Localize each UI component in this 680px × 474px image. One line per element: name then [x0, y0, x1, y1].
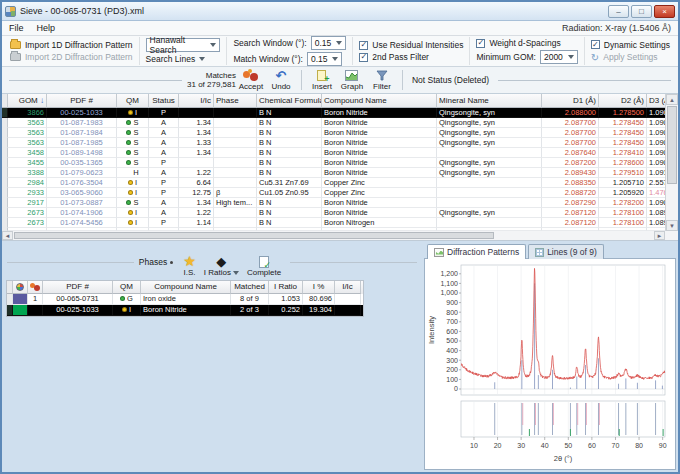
import-1d-button[interactable]: Import 1D Diffraction Pattern — [10, 40, 133, 50]
horizontal-scroll-thumb[interactable] — [14, 232, 494, 239]
column-header[interactable] — [13, 281, 28, 294]
accept-button[interactable]: Accept — [238, 70, 264, 91]
phase-row[interactable]: 100-065-0731GIron oxide8 of 91.05380.696 — [7, 294, 363, 305]
column-header[interactable]: Compound Name — [322, 94, 437, 108]
table-cell: 2.087120 — [542, 208, 599, 218]
column-header[interactable]: I/Ic — [179, 94, 214, 108]
table-row[interactable]: 386600-025-1033IPB NBoron NitrideQingson… — [2, 108, 665, 118]
scroll-down-arrow[interactable]: ▼ — [666, 220, 678, 231]
column-header[interactable]: QM — [117, 94, 149, 108]
table-cell: 1.09022 — [647, 148, 665, 158]
column-header[interactable]: QM — [113, 281, 141, 294]
chart-icon — [434, 248, 444, 257]
scroll-up-arrow[interactable]: ▲ — [666, 94, 678, 105]
table-cell: Boron Nitride — [322, 158, 437, 168]
weight-d-checkbox[interactable] — [476, 39, 485, 48]
i-ratios-button[interactable]: ◆ I Ratios — [204, 247, 239, 277]
min-gom-select[interactable]: 2000 — [540, 50, 578, 64]
vertical-scroll-thumb[interactable] — [667, 106, 677, 184]
filter-button[interactable]: Filter — [369, 70, 395, 91]
column-header[interactable]: Compound Name — [141, 281, 231, 294]
second-pass-checkbox[interactable] — [359, 53, 368, 62]
table-row[interactable]: 338801-079-0623HA1.22B NBoron NitrideQin… — [2, 168, 665, 178]
qm-dot-icon — [128, 210, 133, 215]
scroll-right-arrow[interactable]: ► — [654, 231, 665, 240]
import-2d-label: Import 2D Diffraction Pattern — [25, 52, 133, 62]
column-header[interactable]: Phase — [214, 94, 257, 108]
column-header[interactable]: Chemical Formula — [257, 94, 322, 108]
table-row[interactable]: 291701-073-0887SA1.34High tem...B NBoron… — [2, 198, 665, 208]
dynamic-settings-checkbox[interactable] — [591, 40, 600, 49]
matches-counter: Matches 31 of 279,581 — [187, 71, 236, 89]
column-header[interactable]: PDF # — [47, 94, 117, 108]
filter-label: Filter — [373, 82, 391, 91]
horizontal-scrollbar[interactable]: ◄ ► — [2, 231, 678, 241]
column-header[interactable] — [28, 281, 43, 294]
column-header[interactable]: I/Ic — [335, 281, 361, 294]
results-header-row: GOM ↓PDF #QMStatusI/IcPhaseChemical Form… — [2, 94, 665, 108]
svg-text:300: 300 — [446, 357, 458, 364]
use-residual-checkbox[interactable] — [359, 41, 368, 50]
table-cell: Boron Nitride — [322, 198, 437, 208]
search-mode-select[interactable]: Hanawalt Search — [146, 38, 221, 52]
column-header[interactable]: I % — [303, 281, 335, 294]
table-cell — [28, 305, 43, 316]
column-header[interactable]: I Ratio — [269, 281, 303, 294]
column-header[interactable]: GOM ↓ — [8, 94, 47, 108]
search-window-select[interactable]: 0.15 — [311, 36, 347, 50]
menu-help[interactable]: Help — [37, 23, 56, 33]
table-cell: Boron Nitride — [322, 138, 437, 148]
table-row[interactable]: 267301-074-5456IP1.14B NBoron Nitrogen2.… — [2, 218, 665, 228]
phase-row[interactable]: 00-025-1033IBoron Nitride2 of 30.25219.3… — [7, 305, 363, 316]
svg-text:600: 600 — [446, 328, 458, 335]
table-row[interactable]: 267301-074-1906IA1.22B NBoron NitrideQin… — [2, 208, 665, 218]
undo-button[interactable]: ↶ Undo — [268, 70, 294, 91]
column-header[interactable]: D3 (Å) — [647, 94, 665, 108]
table-cell: 00-065-0731 — [43, 294, 113, 305]
close-button[interactable]: × — [654, 5, 675, 18]
table-cell: 2984 — [8, 178, 47, 188]
table-cell — [335, 294, 361, 305]
column-header[interactable]: Matched — [231, 281, 269, 294]
menu-file[interactable]: File — [9, 23, 24, 33]
column-header[interactable]: D2 (Å) — [599, 94, 647, 108]
column-header[interactable]: Status — [149, 94, 179, 108]
minimize-button[interactable]: – — [608, 5, 629, 18]
table-row[interactable]: 345801-089-1498SA1.34B NBoron Nitride2.0… — [2, 148, 665, 158]
table-row[interactable]: 293303-065-9060IP12.75βCu1.05 Zn0.95Copp… — [2, 188, 665, 198]
table-cell: Qingsongite, syn — [437, 158, 542, 168]
is-button[interactable]: ★ I.S. — [183, 247, 196, 277]
dynamic-settings-option[interactable]: Dynamic Settings — [591, 40, 670, 50]
column-header[interactable]: PDF # — [43, 281, 113, 294]
table-cell: 2.55769 — [647, 178, 665, 188]
match-window-select[interactable]: 0.15 — [307, 52, 343, 66]
scroll-left-arrow[interactable]: ◄ — [2, 231, 13, 240]
column-header[interactable]: Mineral Name — [437, 94, 542, 108]
insert-button[interactable]: Insert — [309, 70, 335, 91]
table-row[interactable]: 356301-087-1985SA1.33B NBoron NitrideQin… — [2, 138, 665, 148]
qm-dot-icon — [120, 296, 125, 301]
weight-d-option[interactable]: Weight d-Spacings — [476, 38, 577, 48]
table-cell: A — [149, 128, 179, 138]
graph-button[interactable]: Graph — [339, 70, 365, 91]
vertical-scrollbar[interactable]: ▲ ▼ — [665, 94, 678, 231]
tab-lines[interactable]: Lines (9 of 9) — [528, 244, 604, 259]
tab-diffraction-patterns[interactable]: Diffraction Patterns — [427, 244, 526, 259]
chart-container: 01002003004005006007008009001,0001,1001,… — [424, 258, 676, 470]
table-cell: P — [149, 178, 179, 188]
table-cell: 1.34 — [179, 128, 214, 138]
use-residual-option[interactable]: Use Residual Intensities — [359, 40, 463, 50]
second-pass-option[interactable]: 2nd Pass Filter — [359, 52, 463, 62]
table-cell: 01-089-1498 — [47, 148, 117, 158]
complete-button[interactable]: Complete — [247, 247, 281, 277]
radiation-label: Radiation: X-ray (1.5406 Å) — [562, 23, 671, 33]
table-cell: 2.088000 — [542, 108, 599, 118]
maximize-button[interactable]: □ — [631, 5, 652, 18]
table-row[interactable]: 356301-087-1983SA1.34B NBoron NitrideQin… — [2, 118, 665, 128]
table-row[interactable]: 298401-076-3504IP6.64Cu5.31 Zn7.69Copper… — [2, 178, 665, 188]
search-lines-button[interactable]: Search Lines — [146, 54, 221, 64]
table-row[interactable]: 356301-087-1984SA1.34B NBoron NitrideQin… — [2, 128, 665, 138]
column-header[interactable]: D1 (Å) — [542, 94, 599, 108]
table-row[interactable]: 345500-035-1365SPB NBoron NitrideQingson… — [2, 158, 665, 168]
min-gom-value: 2000 — [544, 52, 563, 62]
